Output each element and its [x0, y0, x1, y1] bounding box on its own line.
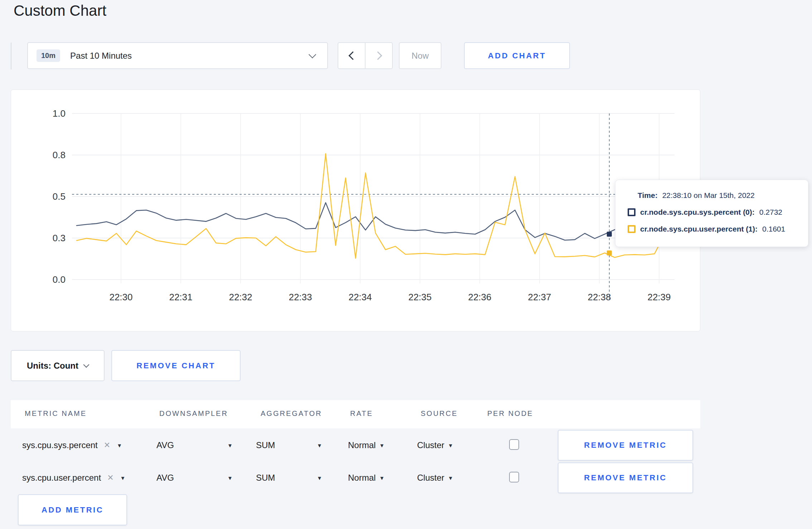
time-pager	[338, 42, 393, 69]
chart-tooltip: Time: 22:38:10 on Mar 15th, 2022 cr.node…	[615, 180, 808, 247]
metric-name-dropdown[interactable]: sys.cpu.user.percent ✕ ▼	[22, 462, 125, 493]
caret-down-icon: ▼	[120, 475, 126, 481]
remove-metric-button[interactable]: REMOVE METRIC	[558, 462, 693, 493]
caret-down-icon: ▼	[448, 442, 453, 448]
metric-row: sys.cpu.user.percent ✕ ▼ AVG ▼ SUM ▼ Nor…	[11, 462, 700, 493]
prev-time-button[interactable]	[338, 42, 365, 69]
add-metric-button[interactable]: ADD METRIC	[18, 494, 127, 525]
caret-down-icon: ▼	[379, 442, 385, 448]
time-window-badge: 10m	[37, 49, 60, 62]
svg-text:22:30: 22:30	[109, 292, 132, 302]
col-header-aggregator: AGGREGATOR	[261, 409, 322, 418]
tooltip-series-label: cr.node.sys.cpu.user.percent (1):	[640, 225, 758, 233]
svg-text:22:32: 22:32	[229, 292, 252, 302]
caret-down-icon: ▼	[379, 475, 385, 481]
svg-text:22:31: 22:31	[169, 292, 192, 302]
metrics-table-header: METRIC NAME DOWNSAMPLER AGGREGATOR RATE …	[11, 400, 700, 428]
svg-text:0.8: 0.8	[53, 150, 66, 160]
units-dropdown[interactable]: Units: Count	[11, 350, 105, 381]
clear-metric-icon[interactable]: ✕	[104, 441, 110, 450]
page-title: Custom Chart	[14, 2, 106, 19]
caret-down-icon: ▼	[227, 462, 233, 493]
metric-name-dropdown[interactable]: sys.cpu.sys.percent ✕ ▼	[22, 430, 122, 461]
tooltip-series-value: 0.1601	[762, 225, 785, 233]
chevron-right-icon	[373, 51, 382, 60]
time-window-dropdown[interactable]: 10m Past 10 Minutes	[27, 42, 328, 69]
series-swatch-icon	[628, 225, 635, 233]
tooltip-time-label: Time:	[638, 191, 658, 200]
add-chart-button[interactable]: ADD CHART	[464, 42, 570, 69]
series-swatch-icon	[628, 208, 635, 216]
col-header-metric-name: METRIC NAME	[25, 409, 87, 418]
per-node-checkbox[interactable]	[509, 472, 519, 482]
svg-text:22:33: 22:33	[289, 292, 312, 302]
tooltip-time-row: Time: 22:38:10 on Mar 15th, 2022	[638, 189, 799, 202]
tooltip-time-value: 22:38:10 on Mar 15th, 2022	[662, 191, 755, 200]
caret-down-icon: ▼	[317, 430, 322, 461]
clear-metric-icon[interactable]: ✕	[107, 473, 113, 482]
downsampler-select[interactable]: AVG	[156, 430, 174, 461]
caret-down-icon: ▼	[227, 430, 233, 461]
toolbar-divider	[11, 43, 11, 69]
col-header-source: SOURCE	[421, 409, 458, 418]
svg-text:0.3: 0.3	[53, 233, 66, 243]
chevron-down-icon	[309, 51, 316, 58]
rate-select[interactable]: Normal ▼	[348, 430, 385, 461]
metric-row: sys.cpu.sys.percent ✕ ▼ AVG ▼ SUM ▼ Norm…	[11, 430, 700, 461]
remove-metric-button[interactable]: REMOVE METRIC	[558, 430, 693, 461]
metric-name-value: sys.cpu.user.percent	[22, 473, 101, 483]
svg-text:22:36: 22:36	[468, 292, 491, 302]
next-time-button[interactable]	[365, 42, 393, 69]
svg-text:0.0: 0.0	[53, 274, 66, 285]
source-select[interactable]: Cluster ▼	[417, 430, 453, 461]
tooltip-series-row: cr.node.sys.cpu.sys.percent (0): 0.2732	[628, 206, 799, 219]
tooltip-series-row: cr.node.sys.cpu.user.percent (1): 0.1601	[628, 223, 799, 236]
caret-down-icon: ▼	[117, 442, 122, 448]
timeseries-svg[interactable]: 0.00.30.50.81.022:3022:3122:3222:3322:34…	[11, 90, 700, 331]
svg-text:22:34: 22:34	[348, 292, 372, 302]
col-header-per-node: PER NODE	[487, 409, 533, 418]
tooltip-series-value: 0.2732	[759, 208, 782, 217]
aggregator-select[interactable]: SUM	[256, 462, 275, 493]
svg-text:22:35: 22:35	[408, 292, 431, 302]
chevron-down-icon	[83, 361, 89, 368]
source-select[interactable]: Cluster ▼	[417, 462, 453, 493]
metric-name-value: sys.cpu.sys.percent	[22, 440, 98, 450]
chart-card: 0.00.30.50.81.022:3022:3122:3222:3322:34…	[11, 89, 700, 331]
time-window-label: Past 10 Minutes	[70, 51, 132, 61]
caret-down-icon: ▼	[317, 462, 322, 493]
svg-text:22:39: 22:39	[647, 292, 671, 302]
per-node-checkbox[interactable]	[509, 439, 519, 450]
svg-text:1.0: 1.0	[53, 108, 66, 119]
aggregator-select[interactable]: SUM	[256, 430, 275, 461]
units-label: Units: Count	[27, 361, 78, 371]
col-header-downsampler: DOWNSAMPLER	[159, 409, 228, 418]
downsampler-select[interactable]: AVG	[156, 462, 174, 493]
remove-chart-button[interactable]: REMOVE CHART	[111, 350, 241, 381]
svg-text:0.5: 0.5	[53, 191, 66, 202]
col-header-rate: RATE	[350, 409, 373, 418]
tooltip-series-label: cr.node.sys.cpu.sys.percent (0):	[640, 208, 755, 217]
custom-chart-page: Custom Chart 10m Past 10 Minutes Now ADD…	[0, 0, 812, 529]
rate-select[interactable]: Normal ▼	[348, 462, 385, 493]
svg-text:22:38: 22:38	[588, 292, 611, 302]
now-button[interactable]: Now	[399, 42, 441, 69]
svg-text:22:37: 22:37	[528, 292, 551, 302]
caret-down-icon: ▼	[448, 475, 453, 481]
chevron-left-icon	[348, 51, 357, 60]
